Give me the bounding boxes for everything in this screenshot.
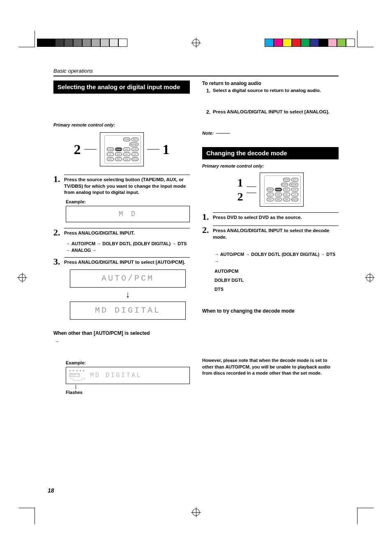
remote-illustration-2: TV/DBSAUX SLEEPTAPE/MD TUNERFM/AMDVDVCR … — [260, 173, 304, 207]
step-number: 3. — [53, 257, 62, 266]
lcd-display-md: M D — [66, 206, 190, 222]
mode-cycle-text-2: → AUTO/PCM → DOLBY DGTL (DOLBY DIGITAL) … — [214, 251, 339, 265]
example-label-2: Example: — [66, 360, 190, 365]
step-3: 3. Press ANALOG/DIGITAL INPUT to select … — [53, 257, 190, 266]
however-note: However, please note that when the decod… — [202, 357, 339, 376]
crop-mark — [357, 508, 374, 524]
colorbar-right — [265, 39, 355, 47]
callout-number-1: 1 — [163, 142, 170, 157]
step-3-text: Press ANALOG/DIGITAL INPUT to select [AU… — [64, 259, 190, 266]
when-to-change-heading: When to try changing the decode mode — [202, 308, 339, 314]
down-arrow-icon: ↓ — [70, 289, 186, 300]
term-dolby-dgtl: DOLBY DGTL — [214, 278, 339, 283]
pointer-line — [147, 149, 159, 150]
page-number: 18 — [48, 487, 54, 494]
pointer-line — [84, 149, 97, 150]
step-1b-text: Press DVD to select DVD as the source. — [213, 214, 339, 221]
step-number: 2. — [53, 228, 62, 237]
pointer-line — [247, 193, 256, 193]
primary-remote-note: Primary remote control only: — [53, 122, 190, 127]
pointer-line — [247, 187, 256, 187]
registration-mark-icon — [192, 39, 200, 46]
colorbar-left — [37, 39, 127, 47]
when-other-heading: When other than [AUTO/PCM] is selected — [53, 330, 190, 336]
return-step-2: 2. Press ANALOG/DIGITAL INPUT to select … — [206, 109, 339, 115]
step-number: 1. — [53, 175, 62, 196]
right-column: To return to analog audio 1. Select a di… — [202, 81, 339, 395]
return-step-1: 1. Select a digital source to return to … — [206, 88, 339, 94]
step-number: 1. — [202, 212, 210, 221]
flashes-label: Flashes — [66, 390, 190, 395]
step-1b: 1. Press DVD to select DVD as the source… — [202, 212, 339, 221]
term-dts: DTS — [214, 287, 339, 292]
step-1-text: Press the source selecting button (TAPE/… — [64, 177, 190, 196]
step-1: 1. Press the source selecting button (TA… — [53, 175, 190, 196]
crop-mark — [357, 31, 374, 47]
left-column: Selecting the analog or digital input mo… — [53, 81, 190, 395]
remote-callout-2: 1 2 TV/DBSAUX SLEEPTAPE/MD TUNERFM/AMDVD… — [202, 173, 339, 207]
lcd-indicator-icon: DOLBY D — [69, 369, 85, 382]
step-number: 2. — [202, 226, 210, 240]
section-rule — [53, 76, 339, 76]
callout-number-2: 2 — [74, 142, 81, 157]
registration-mark-icon — [366, 274, 374, 281]
step-2: 2. Press ANALOG/DIGITAL INPUT. — [53, 228, 190, 237]
note-heading: Note: — [202, 131, 339, 136]
section-header: Basic operations — [53, 68, 339, 74]
remote-illustration: TV/DBSAUX TAPE/MD TUNERFM/AMDVDVCR CDCDR… — [100, 132, 144, 166]
registration-mark-icon — [192, 509, 200, 516]
remote-callout: 2 TV/DBSAUX TAPE/MD TUNERFM/AMDVDVCR CDC… — [53, 132, 190, 166]
example-label: Example: — [66, 199, 190, 204]
heading-selecting-input-mode: Selecting the analog or digital input mo… — [53, 81, 190, 94]
lcd-display-md-digital: MD DIGITAL — [70, 302, 186, 320]
primary-remote-note-2: Primary remote control only: — [202, 164, 339, 168]
heading-changing-decode-mode: Changing the decode mode — [202, 147, 339, 159]
other-body-arrow: → — [53, 339, 190, 345]
crop-mark — [18, 31, 35, 47]
return-analog-heading: To return to analog audio — [202, 81, 339, 86]
mode-cycle-text: → AUTO/PCM → DOLBY DGTL (DOLBY DIGITAL) … — [66, 240, 190, 254]
callout-number-1b: 1 — [238, 176, 243, 189]
lcd-display-example2: DOLBY D MD DIGITAL — [66, 367, 190, 384]
crop-mark — [18, 508, 35, 524]
term-auto-pcm: AUTO/PCM — [214, 269, 339, 274]
step-2-text: Press ANALOG/DIGITAL INPUT. — [64, 230, 190, 237]
step-2b: 2. Press ANALOG/DIGITAL INPUT to select … — [202, 226, 339, 240]
registration-mark-icon — [18, 274, 26, 281]
flash-pointer — [76, 385, 76, 389]
lcd-display-auto-pcm: AUTO/PCM — [70, 269, 186, 288]
step-2b-text: Press ANALOG/DIGITAL INPUT to select the… — [213, 228, 339, 240]
callout-number-2b: 2 — [238, 190, 243, 203]
